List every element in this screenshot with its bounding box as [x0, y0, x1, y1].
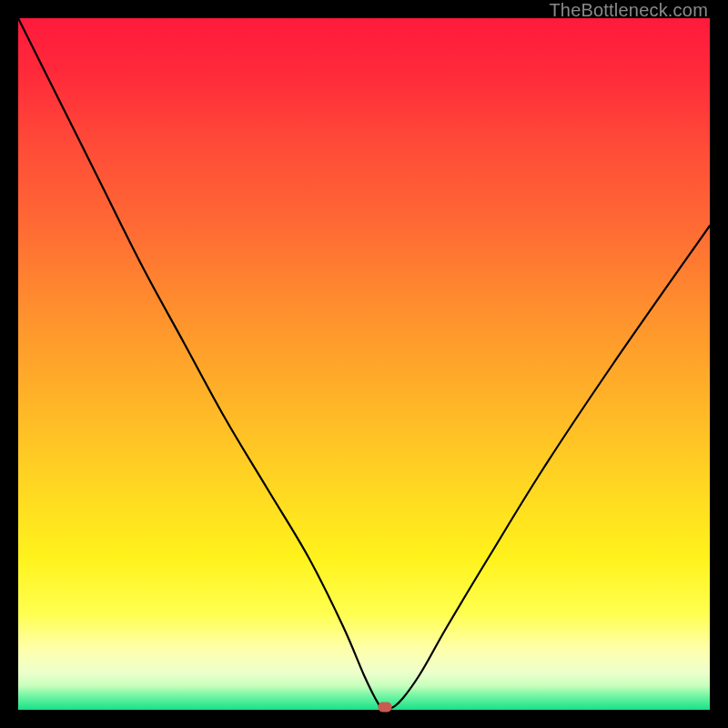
minimum-marker: [378, 703, 391, 713]
chart-frame: TheBottleneck.com: [0, 0, 728, 728]
plot-area: [18, 18, 710, 710]
curve-svg: [18, 18, 710, 710]
bottleneck-curve: [18, 18, 710, 710]
